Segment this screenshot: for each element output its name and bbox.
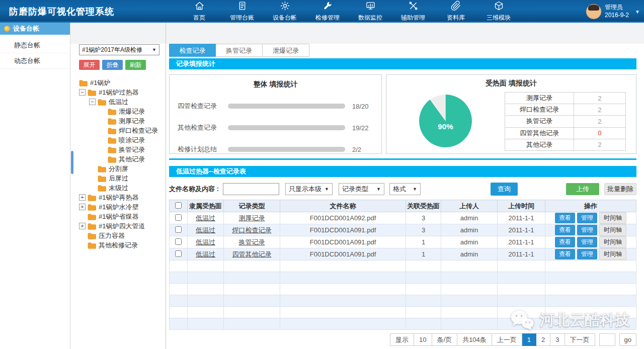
tree-node-压力容器[interactable]: 压力容器 (79, 231, 166, 240)
format-select[interactable]: 格式▼ (389, 183, 421, 195)
pagination-cell-3[interactable]: 3 (550, 333, 565, 346)
view-button[interactable]: 查看 (555, 249, 575, 259)
folder-icon (108, 108, 119, 115)
upload-button[interactable]: 上传 (566, 183, 599, 195)
tree-node-泄爆记录[interactable]: 泄爆记录 (79, 107, 166, 116)
manage-button[interactable]: 管理 (577, 237, 597, 247)
refresh-button[interactable]: 刷新 (125, 60, 146, 70)
surface-link[interactable]: 低温过 (196, 226, 215, 234)
pagination-cell-条/页[interactable]: 条/页 (432, 333, 458, 346)
query-button[interactable]: 查询 (491, 183, 518, 196)
tree-node-#1锅炉水冷壁[interactable]: +#1锅炉水冷壁 (79, 202, 166, 212)
nav-item-三维模块[interactable]: 三维模块 (487, 1, 511, 22)
pagination-cell-10[interactable]: 10 (414, 333, 432, 346)
nav-item-数据监控[interactable]: 数据监控 (358, 1, 382, 22)
record-type-link[interactable]: 焊口检查记录 (232, 226, 272, 234)
collapse-node-icon[interactable]: − (79, 89, 86, 96)
manage-button[interactable]: 管理 (577, 213, 597, 223)
empty-table-row (170, 272, 636, 284)
tree-node-#1锅炉再热器[interactable]: +#1锅炉再热器 (79, 193, 166, 202)
record-type-link[interactable]: 换管记录 (239, 238, 265, 246)
tree-node-测厚记录[interactable]: 测厚记录 (79, 116, 166, 126)
tree-node-末级过[interactable]: 末级过 (79, 183, 166, 193)
pagination-cell-显示[interactable]: 显示 (390, 333, 414, 346)
nav-item-辅助管理[interactable]: 辅助管理 (401, 1, 425, 22)
record-type-link[interactable]: 四管其他记录 (232, 250, 272, 258)
tree-node-其他检修记录[interactable]: 其他检修记录 (79, 240, 166, 250)
record-type-link[interactable]: 测厚记录 (239, 214, 265, 222)
row-checkbox[interactable] (175, 250, 182, 257)
view-button[interactable]: 查看 (555, 225, 575, 235)
pagination-cell-1[interactable]: 1 (522, 333, 536, 346)
folder-icon (88, 89, 99, 96)
sidebar-item-动态台帐[interactable]: 动态台帐 (0, 53, 70, 69)
surface-link[interactable]: 低温过 (196, 250, 215, 258)
sidebar-item-静态台帐[interactable]: 静态台帐 (0, 38, 70, 53)
select-all-checkbox[interactable] (175, 202, 182, 209)
batch-delete-button[interactable]: 批量删除 (604, 183, 636, 195)
chevron-down-icon[interactable]: ▼ (635, 9, 640, 15)
timeline-button[interactable]: 时间轴 (599, 224, 626, 236)
pagination-cell-下一页[interactable]: 下一页 (565, 333, 595, 346)
timeline-button[interactable]: 时间轴 (599, 236, 626, 248)
tree-node-其他记录[interactable]: 其他记录 (79, 154, 166, 164)
view-button[interactable]: 查看 (555, 213, 575, 223)
view-button[interactable]: 查看 (555, 237, 575, 247)
tab-检查记录[interactable]: 检查记录 (169, 44, 216, 57)
pagination-cell-共104条[interactable]: 共104条 (457, 333, 492, 346)
manage-button[interactable]: 管理 (577, 225, 597, 235)
column-header-上传人: 上传人 (441, 200, 498, 212)
file-search-input[interactable] (223, 183, 279, 195)
surface-stat-row: 焊口检查记录2 (505, 104, 626, 116)
pagination-cell-上一页[interactable]: 上一页 (492, 333, 522, 346)
empty-table-row (170, 318, 636, 330)
tree-node-分割屏[interactable]: 分割屏 (79, 164, 166, 173)
collapse-node-icon[interactable]: − (89, 99, 96, 105)
nav-item-设备台帐[interactable]: 设备台帐 (273, 1, 297, 22)
tree-node-#1锅炉省煤器[interactable]: #1锅炉省煤器 (79, 212, 166, 221)
folder-icon (108, 137, 119, 144)
go-button[interactable]: go (619, 333, 636, 346)
folder-icon (88, 194, 99, 201)
tree-node-#1锅炉[interactable]: #1锅炉 (79, 78, 166, 88)
timeline-button[interactable]: 时间轴 (599, 212, 626, 224)
tree-node-后屏过[interactable]: 后屏过 (79, 173, 166, 183)
nav-item-首页[interactable]: 首页 (187, 1, 211, 22)
sidebar-item-设备台帐[interactable]: 设备台帐 (0, 23, 70, 35)
overhaul-select[interactable]: #1锅炉2017年A级检修 ▼ (79, 44, 159, 55)
record-tabs: 检查记录换管记录泄爆记录 (169, 44, 636, 57)
folder-icon (88, 232, 99, 239)
surface-link[interactable]: 低温过 (196, 214, 215, 222)
tree-node-#1锅炉过热器[interactable]: −#1锅炉过热器 (79, 88, 166, 97)
user-date: 2016-9-2 (605, 12, 629, 20)
surface-link[interactable]: 低温过 (196, 238, 215, 246)
level-filter-select[interactable]: 只显示本级▼ (285, 183, 333, 195)
tree-node-喷涂记录[interactable]: 喷涂记录 (79, 135, 166, 145)
tab-泄爆记录[interactable]: 泄爆记录 (263, 44, 309, 57)
stats-section-header: 记录填报统计 (169, 58, 636, 69)
tree-scrollbar-thumb[interactable] (71, 151, 73, 174)
nav-item-管理台账[interactable]: 管理台账 (230, 1, 254, 22)
nav-item-资料库[interactable]: 资料库 (444, 1, 468, 22)
page-jump-input[interactable] (599, 333, 615, 346)
tree-node-焊口检查记录[interactable]: 焊口检查记录 (79, 126, 166, 135)
manage-button[interactable]: 管理 (577, 249, 597, 259)
pagination-cell-2[interactable]: 2 (536, 333, 550, 346)
row-checkbox[interactable] (175, 226, 182, 233)
expand-node-icon[interactable]: + (79, 204, 86, 210)
row-checkbox[interactable] (175, 214, 182, 221)
tree-node-低温过[interactable]: −低温过 (79, 97, 166, 107)
record-type-select[interactable]: 记录类型▼ (339, 183, 384, 195)
expand-button[interactable]: 展开 (79, 60, 100, 70)
tree-node-#1锅炉四大管道[interactable]: +#1锅炉四大管道 (79, 221, 166, 231)
expand-node-icon[interactable]: + (79, 223, 86, 229)
expand-node-icon[interactable]: + (79, 194, 86, 201)
timeline-button[interactable]: 时间轴 (599, 248, 626, 260)
nav-item-检修管理[interactable]: 检修管理 (315, 1, 340, 22)
row-checkbox[interactable] (175, 238, 182, 245)
collapse-button[interactable]: 折叠 (102, 60, 123, 70)
progress-value: 19/22 (352, 124, 373, 132)
tab-换管记录[interactable]: 换管记录 (216, 44, 263, 57)
folder-icon (108, 118, 119, 125)
tree-node-换管记录[interactable]: 换管记录 (79, 145, 166, 154)
